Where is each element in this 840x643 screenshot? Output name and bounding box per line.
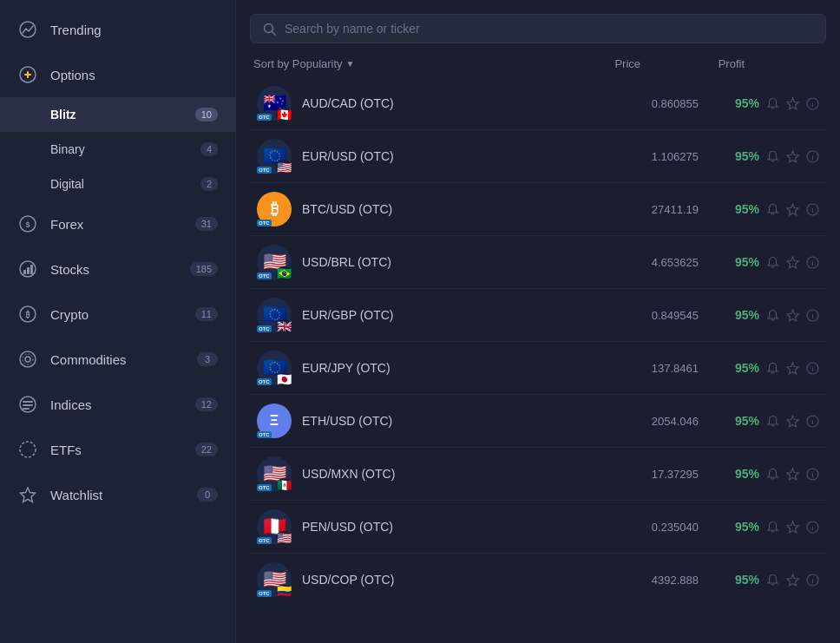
sidebar-item-stocks[interactable]: Stocks 185 (0, 246, 235, 292)
star-icon[interactable] (786, 256, 799, 269)
star-icon[interactable] (786, 150, 799, 163)
asset-row[interactable]: Ξ OTC ETH/USD (OTC) 2054.046 95% (250, 395, 826, 448)
bell-icon[interactable] (766, 203, 779, 216)
star-icon[interactable] (786, 468, 799, 481)
sidebar-item-blitz[interactable]: Blitz 10 (0, 97, 235, 132)
info-icon[interactable]: i (806, 574, 819, 587)
bell-icon[interactable] (766, 521, 779, 534)
info-icon[interactable]: i (806, 521, 819, 534)
star-icon[interactable] (786, 203, 799, 216)
sidebar-label-etfs: ETFs (50, 443, 195, 457)
asset-icon: 🇪🇺 🇺🇸 OTC (257, 139, 292, 174)
info-icon[interactable]: i (806, 150, 819, 163)
sidebar-item-commodities[interactable]: Commodities 3 (0, 337, 235, 382)
info-icon[interactable]: i (806, 362, 819, 375)
sidebar-item-options[interactable]: Options (0, 52, 235, 97)
bell-icon[interactable] (766, 256, 779, 269)
bell-icon[interactable] (766, 362, 779, 375)
sort-button[interactable]: Sort by Popularity ▼ (253, 57, 355, 70)
bell-icon[interactable] (766, 309, 779, 322)
svg-marker-30 (787, 257, 798, 268)
sidebar-item-indices[interactable]: Indices 12 (0, 382, 235, 427)
asset-price: 0.235040 (594, 521, 699, 534)
asset-name: USD/MXN (OTC) (302, 467, 594, 481)
svg-marker-45 (787, 522, 798, 533)
star-icon[interactable] (786, 309, 799, 322)
col-price-header: Price (536, 57, 640, 70)
asset-actions: i (766, 309, 819, 322)
sidebar-item-digital[interactable]: Digital 2 (0, 167, 235, 201)
star-icon[interactable] (786, 362, 799, 375)
svg-marker-18 (21, 488, 36, 502)
sidebar-item-forex[interactable]: $ Forex 31 (0, 201, 235, 246)
star-icon[interactable] (786, 97, 799, 110)
asset-profit: 95% (699, 149, 759, 163)
asset-profit: 95% (699, 414, 759, 428)
asset-row[interactable]: 🇺🇸 🇧🇷 OTC USD/BRL (OTC) 4.653625 95% (250, 236, 826, 289)
asset-actions: i (766, 256, 819, 269)
sidebar-badge-etfs: 22 (195, 443, 218, 456)
info-icon[interactable]: i (806, 309, 819, 322)
asset-row[interactable]: 🇪🇺 🇯🇵 OTC EUR/JPY (OTC) 137.8461 95% (250, 342, 826, 395)
bell-icon[interactable] (766, 468, 779, 481)
asset-row[interactable]: 🇪🇺 🇺🇸 OTC EUR/USD (OTC) 1.106275 95% (250, 130, 826, 183)
bell-icon[interactable] (766, 97, 779, 110)
watchlist-icon (17, 484, 38, 505)
sub-label-digital: Digital (50, 177, 200, 191)
search-input[interactable] (285, 22, 813, 36)
asset-actions: i (766, 415, 819, 428)
info-icon[interactable]: i (806, 468, 819, 481)
svg-text:i: i (812, 260, 814, 266)
main-content: Sort by Popularity ▼ Price Profit 🇦🇺 🇨🇦 … (236, 0, 840, 643)
asset-profit: 95% (699, 255, 759, 269)
svg-marker-39 (787, 416, 798, 427)
asset-icon: 🇪🇺 🇬🇧 OTC (257, 298, 292, 332)
sidebar-label-indices: Indices (50, 397, 195, 412)
star-icon[interactable] (786, 574, 799, 587)
info-icon[interactable]: i (806, 97, 819, 110)
commodities-icon (17, 349, 38, 370)
sidebar-item-watchlist[interactable]: Watchlist 0 (0, 472, 235, 517)
svg-text:i: i (812, 419, 814, 425)
bell-icon[interactable] (766, 415, 779, 428)
info-icon[interactable]: i (806, 415, 819, 428)
svg-text:i: i (812, 207, 814, 213)
asset-row[interactable]: 🇵🇪 🇺🇸 OTC PEN/USD (OTC) 0.235040 95% (250, 501, 826, 554)
asset-row[interactable]: 🇪🇺 🇬🇧 OTC EUR/GBP (OTC) 0.849545 95% (250, 289, 826, 342)
asset-name: USD/COP (OTC) (302, 573, 594, 587)
sub-badge-digital: 2 (200, 177, 218, 191)
col-profit-header: Profit (640, 57, 745, 70)
info-icon[interactable]: i (806, 203, 819, 216)
sub-label-blitz: Blitz (50, 108, 195, 121)
svg-text:₿: ₿ (25, 310, 30, 319)
sidebar-item-etfs[interactable]: ETFs 22 (0, 427, 235, 472)
star-icon[interactable] (786, 521, 799, 534)
info-icon[interactable]: i (806, 256, 819, 269)
sub-label-binary: Binary (50, 142, 200, 156)
svg-marker-24 (787, 151, 798, 162)
asset-profit: 95% (699, 202, 759, 216)
sidebar-item-binary[interactable]: Binary 4 (0, 132, 235, 167)
search-icon (263, 23, 276, 36)
etfs-icon (17, 439, 38, 460)
asset-name: USD/BRL (OTC) (302, 255, 594, 269)
star-icon[interactable] (786, 415, 799, 428)
sidebar-badge-forex: 31 (195, 217, 218, 231)
asset-icon: ₿ OTC (257, 192, 292, 226)
sidebar-item-trending[interactable]: Trending (0, 7, 235, 52)
asset-row[interactable]: 🇺🇸 🇨🇴 OTC USD/COP (OTC) 4392.888 95% (250, 554, 826, 606)
asset-row[interactable]: ₿ OTC BTC/USD (OTC) 27411.19 95% (250, 183, 826, 236)
bell-icon[interactable] (766, 150, 779, 163)
sidebar-badge-commodities: 3 (197, 352, 218, 366)
bell-icon[interactable] (766, 574, 779, 587)
svg-text:i: i (812, 154, 814, 161)
sidebar-item-crypto[interactable]: ₿ Crypto 11 (0, 292, 235, 337)
asset-icon: 🇺🇸 🇨🇴 OTC (257, 562, 292, 597)
asset-row[interactable]: 🇦🇺 🇨🇦 OTC AUD/CAD (OTC) 0.860855 95% (250, 77, 826, 130)
svg-marker-27 (787, 204, 798, 215)
asset-actions: i (766, 574, 819, 587)
sort-bar: Sort by Popularity ▼ Price Profit (250, 57, 826, 70)
asset-row[interactable]: 🇺🇸 🇲🇽 OTC USD/MXN (OTC) 17.37295 95% (250, 448, 826, 501)
asset-profit: 95% (699, 361, 759, 375)
svg-text:i: i (812, 102, 814, 108)
